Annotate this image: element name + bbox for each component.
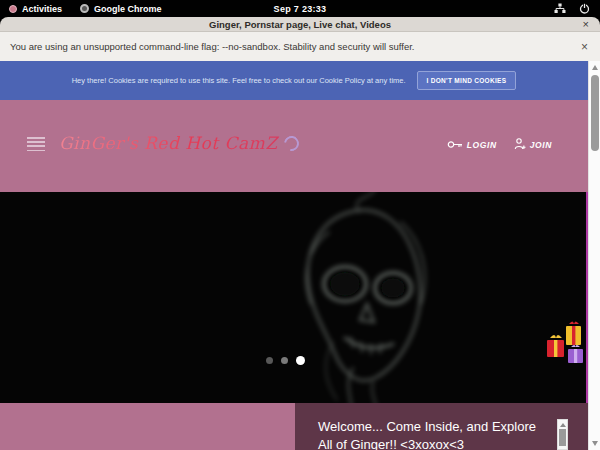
chrome-infobar: You are using an unsupported command-lin… [0, 31, 600, 61]
site-logo[interactable]: GinGer's Red Hot CamZ [59, 133, 299, 153]
clock-button[interactable]: Sep 7 23:33 [274, 4, 327, 14]
gifts-icon [545, 316, 588, 372]
window-title-bar: Ginger, Pornstar page, Live chat, Videos… [0, 17, 600, 31]
activities-button[interactable]: Activities [0, 0, 71, 17]
carousel-dot-1[interactable] [266, 357, 273, 364]
activities-indicator-icon [9, 5, 17, 13]
welcome-box-scrollbar[interactable] [557, 419, 568, 450]
infobar-close-button[interactable]: × [581, 40, 588, 54]
window-title: Ginger, Pornstar page, Live chat, Videos [209, 19, 391, 30]
header-nav: LOGIN JOIN [447, 138, 552, 152]
browser-viewport: Hey there! Cookies are required to use t… [0, 61, 600, 450]
cookie-accept-button[interactable]: I DON'T MIND COOKIES [417, 71, 517, 90]
site-header: GinGer's Red Hot CamZ LOGIN [0, 100, 588, 192]
smoke-skull-image [233, 192, 493, 403]
join-button[interactable]: JOIN [514, 138, 552, 152]
carousel-dot-3[interactable] [296, 356, 305, 365]
welcome-text: Welcome... Come Inside, and Explore All … [318, 419, 536, 450]
scrollbar-up-arrow-icon[interactable] [592, 65, 598, 70]
site-logo-text: GinGer's Red Hot CamZ [59, 133, 278, 153]
menu-icon[interactable] [27, 137, 45, 154]
login-label: LOGIN [467, 140, 497, 150]
bottom-section: Welcome... Come Inside, and Explore All … [0, 403, 588, 450]
scrollbar-down-arrow-icon[interactable] [592, 441, 598, 446]
network-icon [554, 3, 566, 14]
welcome-box: Welcome... Come Inside, and Explore All … [295, 403, 588, 450]
hero-slider [0, 192, 588, 403]
power-icon [579, 3, 590, 14]
join-label: JOIN [530, 140, 552, 150]
bottom-left-panel [0, 403, 295, 450]
activities-label: Activities [22, 4, 62, 14]
window-close-button[interactable]: × [583, 17, 589, 31]
welcome-scroll-thumb [559, 429, 566, 446]
carousel-dots [266, 356, 305, 365]
gnome-top-bar: Activities Google Chrome Sep 7 23:33 [0, 0, 600, 17]
login-button[interactable]: LOGIN [447, 138, 497, 152]
key-icon [447, 140, 463, 151]
system-status-area[interactable] [554, 3, 600, 14]
cookie-message: Hey there! Cookies are required to use t… [72, 76, 406, 85]
scrollbar-thumb[interactable] [591, 75, 599, 151]
page-scrollbar[interactable] [588, 61, 600, 450]
cookie-banner: Hey there! Cookies are required to use t… [0, 61, 588, 100]
app-menu-label: Google Chrome [94, 4, 162, 14]
logo-badge-icon [281, 133, 302, 154]
carousel-dot-2[interactable] [281, 357, 288, 364]
chrome-icon [80, 4, 89, 13]
scroll-up-arrow-icon [560, 423, 566, 427]
app-menu-button[interactable]: Google Chrome [71, 0, 171, 17]
page-content: Hey there! Cookies are required to use t… [0, 61, 588, 450]
infobar-message: You are using an unsupported command-lin… [10, 41, 415, 52]
user-plus-icon [514, 138, 526, 152]
